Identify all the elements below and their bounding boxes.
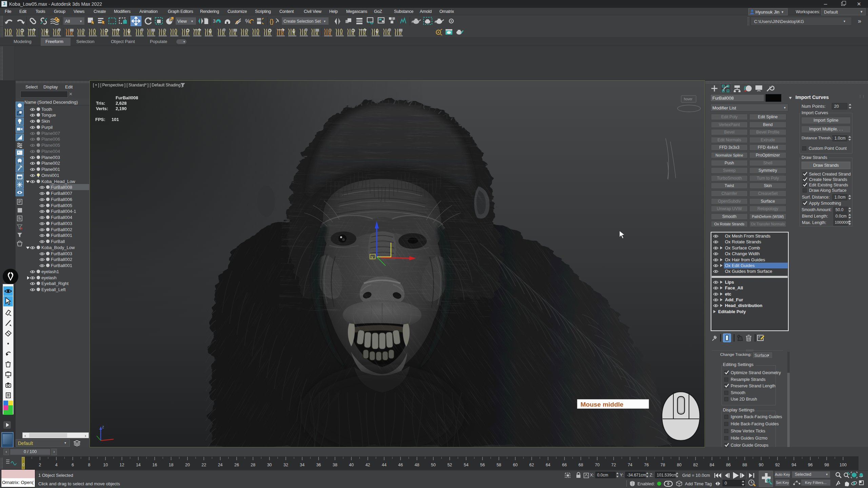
svg-text:42: 42 [366,463,370,467]
svg-text:74: 74 [628,463,632,467]
svg-text:72: 72 [611,463,616,467]
svg-text:44: 44 [382,463,387,467]
svg-text:56: 56 [480,463,485,467]
svg-text:86: 86 [726,463,731,467]
svg-text:78: 78 [660,463,665,467]
svg-text:94: 94 [792,463,796,467]
svg-text:52: 52 [447,463,452,467]
svg-text:18: 18 [169,463,174,467]
svg-text:40: 40 [349,463,354,467]
svg-text:90: 90 [759,463,764,467]
svg-text:100: 100 [840,463,847,467]
svg-text:8: 8 [88,463,90,467]
svg-text:24: 24 [218,463,223,467]
svg-text:38: 38 [333,463,337,467]
svg-text:20: 20 [185,463,190,467]
svg-text:4: 4 [55,463,58,467]
svg-text:98: 98 [824,463,829,467]
svg-text:60: 60 [513,463,518,467]
svg-text:68: 68 [578,463,583,467]
svg-text:82: 82 [693,463,698,467]
svg-text:12: 12 [120,463,124,467]
svg-text:88: 88 [743,463,747,467]
svg-text:y: y [371,255,373,259]
svg-text:46: 46 [398,463,403,467]
svg-text:16: 16 [152,463,157,467]
svg-text:22: 22 [201,463,206,467]
svg-text:{}: {} [270,18,274,25]
svg-text:54: 54 [464,463,469,467]
svg-text:30: 30 [267,463,272,467]
svg-text:96: 96 [808,463,813,467]
svg-text:3: 3 [213,18,216,24]
svg-text:58: 58 [496,463,501,467]
svg-text:hover: hover [684,97,693,101]
svg-text:2: 2 [39,463,41,467]
svg-text:0: 0 [22,463,25,467]
svg-text:84: 84 [710,463,714,467]
svg-text:z: z [102,425,104,429]
svg-text:64: 64 [546,463,550,467]
svg-text:36: 36 [316,463,321,467]
svg-text:80: 80 [677,463,682,467]
svg-text:66: 66 [562,463,567,467]
svg-text:%: % [245,18,250,24]
svg-text:10: 10 [103,463,108,467]
svg-text:6: 6 [72,463,74,467]
svg-text:32: 32 [283,463,288,467]
svg-text:34: 34 [300,463,304,467]
svg-text:14: 14 [136,463,141,467]
svg-text:92: 92 [775,463,780,467]
svg-text:70: 70 [595,463,599,467]
svg-text:28: 28 [251,463,255,467]
svg-text:62: 62 [529,463,534,467]
svg-text:76: 76 [644,463,649,467]
svg-text:48: 48 [415,463,419,467]
svg-text:26: 26 [234,463,239,467]
svg-text:50: 50 [431,463,436,467]
